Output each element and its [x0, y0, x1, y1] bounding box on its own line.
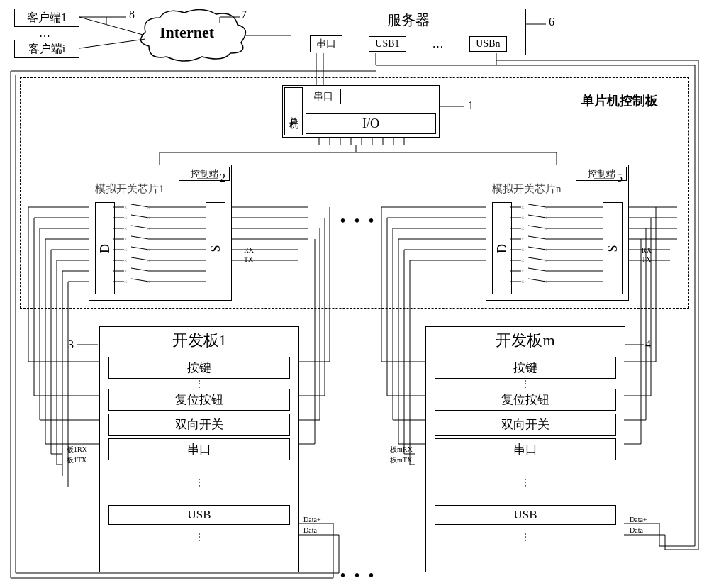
analog-switch-chip-n: 控制端 模拟开关芯片n D S: [486, 165, 629, 301]
dev-board-m: 开发板m 按键 ⋮ 复位按钮 双向开关 串口 ⋮ USB ⋮: [425, 326, 625, 572]
mcu-board-label: 单片机控制板: [581, 92, 658, 109]
chipn-name: 模拟开关芯片n: [492, 182, 562, 196]
devm-data-m: Data-: [630, 526, 645, 534]
dev1-usb: USB: [108, 505, 290, 525]
devm-dots2: ⋮: [426, 463, 625, 502]
dev1-dots1: ⋮: [100, 382, 298, 386]
client-1-box: 客户端1: [14, 9, 79, 27]
server-serial-port: 串口: [310, 35, 342, 52]
devm-serial: 串口: [435, 438, 616, 460]
chip1-D: D: [98, 244, 113, 253]
chipn-tx: TX: [642, 255, 651, 263]
client-i-box: 客户端i: [14, 40, 79, 58]
svg-line-104: [79, 39, 145, 48]
mcu-chip-label: 单片机: [287, 109, 300, 113]
client-dots: …: [39, 27, 50, 40]
devm-usb: USB: [435, 505, 616, 525]
devm-dots1: ⋮: [426, 382, 625, 386]
system-diagram: 客户端1 … 客户端i Internet 服务器 串口 USB1 … USBn …: [7, 7, 702, 581]
dev1-dots3: ⋮: [100, 528, 298, 547]
internet-cloud-label: Internet: [160, 23, 214, 42]
analog-switch-chip-1: 控制端 模拟开关芯片1 D S: [89, 165, 232, 301]
devm-btn: 按键: [435, 357, 616, 379]
mcu-serial: 串口: [306, 89, 341, 104]
client-1-label: 客户端1: [27, 11, 67, 26]
chip1-rx: RX: [244, 246, 254, 254]
server-usbn-port: USBn: [469, 36, 506, 52]
dev1-serial: 串口: [108, 438, 290, 460]
bottom-dots: • • •: [340, 567, 376, 584]
dev1-tx-label: 板1TX: [67, 455, 86, 465]
dev1-dots2: ⋮: [100, 463, 298, 502]
dev1-btn: 按键: [108, 357, 290, 379]
chip1-ctrl: 控制端: [179, 167, 230, 181]
dev1-data-p: Data+: [303, 516, 321, 523]
callout-6: 6: [549, 16, 554, 28]
server-usb-dots: …: [432, 38, 443, 50]
devm-reset: 复位按钮: [435, 389, 616, 411]
server-box: 服务器 串口 USB1 … USBn: [291, 9, 526, 55]
callout-7: 7: [241, 9, 247, 21]
svg-line-103: [79, 17, 145, 35]
devm-bidir: 双向开关: [435, 414, 616, 436]
devm-rx-label: 板mRX: [390, 445, 413, 455]
chip1-S: S: [208, 245, 223, 252]
dev1-data-m: Data-: [303, 526, 319, 534]
dev1-rx-label: 板1RX: [67, 445, 87, 455]
devm-data-p: Data+: [630, 516, 647, 523]
chipn-S: S: [605, 245, 620, 252]
chipn-rx: RX: [642, 246, 652, 254]
server-title: 服务器: [291, 11, 525, 30]
mcu-io: I/O: [306, 113, 436, 134]
chip1-tx: TX: [244, 255, 253, 263]
chip-dots: • • •: [340, 213, 376, 229]
callout-3: 3: [68, 338, 74, 351]
chipn-D: D: [495, 244, 510, 253]
devm-tx-label: 板mTX: [390, 455, 412, 465]
callout-4: 4: [645, 338, 651, 351]
chipn-ctrl: 控制端: [576, 167, 627, 181]
dev1-title: 开发板1: [100, 327, 298, 354]
client-i-label: 客户端i: [28, 42, 65, 57]
server-usb1-port: USB1: [369, 36, 406, 52]
dev1-bidir: 双向开关: [108, 414, 290, 436]
mcu-box: 单片机 串口 I/O: [282, 85, 440, 138]
callout-8: 8: [129, 9, 135, 21]
devm-title: 开发板m: [426, 327, 625, 354]
devm-dots3: ⋮: [426, 528, 625, 547]
chip1-name: 模拟开关芯片1: [95, 182, 164, 196]
dev1-reset: 复位按钮: [108, 389, 290, 411]
dev-board-1: 开发板1 按键 ⋮ 复位按钮 双向开关 串口 ⋮ USB ⋮: [99, 326, 299, 572]
